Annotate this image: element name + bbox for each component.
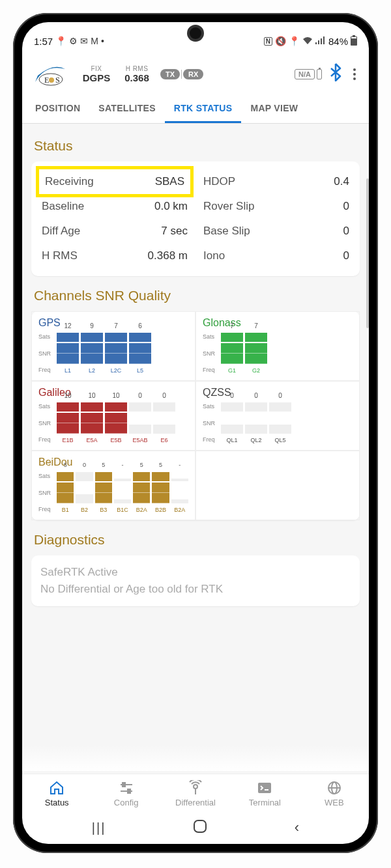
- tx-rx-pills: TX RX: [160, 69, 203, 79]
- snr-beidou-title: BeiDou: [38, 456, 188, 468]
- clock: 1:57: [34, 36, 53, 47]
- top-tabs: POSITION SATELLITES RTK STATUS MAP VIEW: [22, 95, 369, 124]
- status-section-title: Status: [34, 138, 357, 154]
- battery-pct: 84%: [328, 36, 348, 47]
- snr-gps-title: GPS: [38, 317, 188, 329]
- back-button[interactable]: ‹: [295, 819, 299, 836]
- svg-rect-10: [128, 789, 130, 793]
- overflow-menu-button[interactable]: [349, 68, 360, 80]
- snr-qzss: QZSSSats000SNRFreqQL1QL2QL5: [195, 381, 360, 451]
- nav-web[interactable]: WEB: [300, 779, 369, 807]
- device-battery: N/A: [295, 69, 322, 79]
- row-hdop: HDOP 0.4: [201, 169, 352, 194]
- antenna-icon: [187, 779, 204, 796]
- svg-point-5: [49, 77, 54, 83]
- mail-icon: ✉: [80, 36, 88, 46]
- app-header: E S FIX DGPS H RMS 0.368 TX RX N/A: [22, 56, 369, 95]
- row-rover-slip: Rover Slip 0: [201, 194, 352, 219]
- scroll-indicator: [366, 178, 369, 328]
- nav-config[interactable]: Config: [91, 779, 160, 807]
- row-iono: Iono 0: [201, 244, 352, 268]
- home-button[interactable]: [193, 819, 207, 836]
- snr-galileo: GalileoSats10101000SNRFreqE1BE5AE5BE5ABE…: [31, 381, 195, 451]
- row-diff-age: Diff Age 7 sec: [39, 219, 190, 244]
- tab-satellites[interactable]: SATELLITES: [89, 95, 165, 123]
- nfc-icon: N: [264, 37, 272, 46]
- battery-icon: [351, 35, 357, 48]
- device-battery-icon: [317, 69, 322, 79]
- rx-pill: RX: [183, 69, 203, 79]
- wifi-icon: [302, 36, 313, 46]
- svg-text:S: S: [55, 76, 60, 85]
- tab-position[interactable]: POSITION: [26, 95, 89, 123]
- svg-rect-0: [353, 35, 355, 36]
- content-scroll[interactable]: Status Receiving SBAS HDOP 0.4 Baseline …: [22, 124, 369, 774]
- row-receiving: Receiving SBAS: [36, 166, 194, 197]
- nav-differential[interactable]: Differential: [161, 779, 230, 807]
- nav-status[interactable]: Status: [22, 779, 91, 807]
- diag-line2: No Differential or Age too old for RTK: [40, 583, 351, 596]
- snr-gps: GPSSats12976SNRFreqL1L2L2CL5: [31, 311, 195, 381]
- bottom-nav: Status Config Differential Terminal: [22, 774, 369, 811]
- location-icon-2: 📍: [289, 36, 300, 46]
- sliders-icon: [118, 779, 135, 796]
- eos-logo: E S: [31, 60, 73, 89]
- location-icon: 📍: [55, 36, 66, 46]
- diagnostics-card: SafeRTK Active No Differential or Age to…: [31, 555, 360, 606]
- snr-empty: [195, 451, 360, 520]
- gear-icon: ⚙: [69, 36, 78, 46]
- snr-section-title: Channels SNR Quality: [34, 288, 357, 303]
- android-nav-bar: ||| ‹: [22, 811, 369, 844]
- home-icon: [48, 779, 65, 796]
- hrms-metric: H RMS 0.368: [120, 65, 154, 83]
- snr-qzss-title: QZSS: [203, 387, 353, 399]
- nav-terminal[interactable]: Terminal: [230, 779, 299, 807]
- svg-rect-2: [351, 37, 356, 38]
- snr-glonass: GlonassSats77SNRFreqG1G2: [195, 311, 360, 381]
- diagnostics-section-title: Diagnostics: [34, 532, 357, 548]
- more-dot-icon: •: [101, 36, 104, 46]
- snr-beidou: BeiDouSats505-55-SNRFreqB1B2B3B1CB2AB2BB…: [31, 451, 195, 520]
- tab-rtk-status[interactable]: RTK STATUS: [165, 95, 242, 123]
- svg-point-11: [194, 785, 197, 789]
- row-hrms: H RMS 0.368 m: [39, 244, 190, 268]
- row-baseline: Baseline 0.0 km: [39, 194, 190, 219]
- svg-text:E: E: [44, 76, 49, 85]
- gmail-icon: M: [91, 36, 98, 46]
- svg-rect-13: [258, 783, 271, 793]
- diag-line1: SafeRTK Active: [40, 566, 351, 579]
- globe-icon: [326, 779, 343, 796]
- snr-glonass-title: Glonass: [203, 317, 353, 329]
- snr-card: GPSSats12976SNRFreqL1L2L2CL5GlonassSats7…: [31, 311, 360, 520]
- mute-icon: 🔇: [275, 36, 286, 46]
- svg-rect-17: [194, 820, 206, 832]
- tx-pill: TX: [160, 69, 180, 79]
- recents-button[interactable]: |||: [92, 820, 106, 835]
- svg-rect-9: [123, 783, 125, 787]
- signal-icon: [315, 36, 326, 46]
- status-card: Receiving SBAS HDOP 0.4 Baseline 0.0 km …: [31, 161, 360, 276]
- row-base-slip: Base Slip 0: [201, 219, 352, 244]
- fix-metric: FIX DGPS: [80, 65, 113, 83]
- tab-map-view[interactable]: MAP VIEW: [241, 95, 307, 123]
- bluetooth-icon[interactable]: [328, 63, 343, 86]
- terminal-icon: [256, 779, 273, 796]
